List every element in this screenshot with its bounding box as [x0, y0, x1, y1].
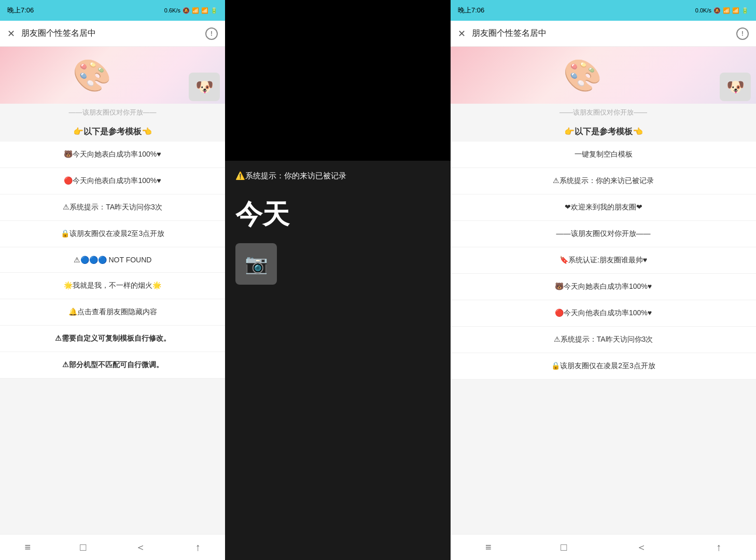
right-banner-art: 🎨	[451, 47, 715, 104]
left-nav-back[interactable]: ＜	[135, 540, 146, 554]
middle-panel: ⚠️系统提示：你的来访已被记录 今天 📷	[225, 0, 451, 560]
right-nav-back[interactable]: ＜	[636, 540, 647, 554]
left-list-item[interactable]: ⚠系统提示：TA昨天访问你3次	[0, 194, 225, 221]
left-private-notice: ——该朋友圈仅对你开放——	[0, 104, 225, 121]
right-nav-title: 朋友圈个性签名居中	[472, 28, 736, 39]
left-banner: 🎨 🐶	[0, 47, 225, 104]
right-list-item[interactable]: 一键复制空白模板	[451, 142, 756, 168]
left-banner-art: 🎨	[0, 47, 184, 104]
left-nav-menu[interactable]: ≡	[25, 541, 31, 553]
right-list-item[interactable]: ❤欢迎来到我的朋友圈❤	[451, 194, 756, 221]
right-list-item[interactable]: ⚠系统提示：TA昨天访问你3次	[451, 327, 756, 353]
left-time: 晚上7:06	[7, 6, 34, 15]
middle-bottom-content: ⚠️系统提示：你的来访已被记录 今天 📷	[225, 161, 451, 560]
left-nav-title: 朋友圈个性签名居中	[21, 28, 205, 39]
left-template-header: 👉以下是参考模板👈	[0, 121, 225, 142]
left-close-button[interactable]: ✕	[7, 28, 15, 39]
middle-top-dark	[225, 0, 451, 161]
left-list: 🐻今天向她表白成功率100%♥🔴今天向他表白成功率100%♥⚠系统提示：TA昨天…	[0, 142, 225, 534]
right-nav-share[interactable]: ↑	[716, 541, 721, 553]
left-list-item[interactable]: ⚠🔵🔵🔵 NOT FOUND	[0, 247, 225, 273]
middle-today-label: 今天	[235, 197, 289, 233]
right-bottom-nav: ≡ □ ＜ ↑	[451, 534, 756, 560]
right-status-icons: 0.0K/s 🔕 📶 📶 🔋	[695, 7, 749, 14]
right-banner-dog: 🐶	[720, 73, 751, 101]
left-list-item[interactable]: 🐻今天向她表白成功率100%♥	[0, 142, 225, 168]
right-list-item[interactable]: 🔴今天向他表白成功率100%♥	[451, 300, 756, 327]
left-top-nav: ✕ 朋友圈个性签名居中 !	[0, 21, 225, 47]
right-banner: 🎨 🐶	[451, 47, 756, 104]
right-phone-panel: 晚上7:06 0.0K/s 🔕 📶 📶 🔋 ✕ 朋友圈个性签名居中 ! 🎨 🐶 …	[451, 0, 756, 560]
left-status-bar: 晚上7:06 0.6K/s 🔕 📶 📶 🔋	[0, 0, 225, 21]
left-status-icons: 0.6K/s 🔕 📶 📶 🔋	[164, 7, 218, 14]
right-template-header: 👉以下是参考模板👈	[451, 121, 756, 142]
right-status-bar: 晚上7:06 0.0K/s 🔕 📶 📶 🔋	[451, 0, 756, 21]
middle-camera-icon: 📷	[235, 243, 277, 285]
left-bottom-nav: ≡ □ ＜ ↑	[0, 534, 225, 560]
right-time: 晚上7:06	[458, 6, 484, 15]
right-list-item[interactable]: ⚠系统提示：你的来访已被记录	[451, 168, 756, 194]
left-nav-home[interactable]: □	[80, 541, 86, 553]
left-list-item[interactable]: 🔒该朋友圈仅在凌晨2至3点开放	[0, 221, 225, 247]
left-list-item[interactable]: 🔴今天向他表白成功率100%♥	[0, 168, 225, 194]
left-phone-panel: 晚上7:06 0.6K/s 🔕 📶 📶 🔋 ✕ 朋友圈个性签名居中 ! 🎨 🐶 …	[0, 0, 225, 560]
right-nav-menu[interactable]: ≡	[485, 541, 492, 553]
middle-system-warning: ⚠️系统提示：你的来访已被记录	[235, 171, 346, 181]
left-nav-share[interactable]: ↑	[195, 541, 200, 553]
right-list-item[interactable]: 🐻今天向她表白成功率100%♥	[451, 274, 756, 300]
right-top-nav: ✕ 朋友圈个性签名居中 !	[451, 21, 756, 47]
left-list-item[interactable]: ⚠需要自定义可复制模板自行修改。	[0, 326, 225, 352]
left-banner-dog: 🐶	[189, 73, 220, 101]
left-list-item[interactable]: ⚠部分机型不匹配可自行微调。	[0, 352, 225, 379]
left-info-button[interactable]: !	[205, 27, 218, 40]
right-list: 一键复制空白模板⚠系统提示：你的来访已被记录❤欢迎来到我的朋友圈❤——该朋友圈仅…	[451, 142, 756, 534]
right-close-button[interactable]: ✕	[458, 28, 466, 39]
left-list-item[interactable]: 🌟我就是我，不一样的烟火🌟	[0, 273, 225, 299]
right-private-notice: ——该朋友圈仅对你开放——	[451, 104, 756, 121]
left-list-item[interactable]: 🔔点击查看朋友圈隐藏内容	[0, 299, 225, 326]
right-list-item[interactable]: ——该朋友圈仅对你开放——	[451, 221, 756, 247]
right-list-item[interactable]: 🔒该朋友圈仅在凌晨2至3点开放	[451, 353, 756, 380]
right-info-button[interactable]: !	[736, 27, 749, 40]
right-nav-home[interactable]: □	[561, 541, 567, 553]
right-list-item[interactable]: 🔖系统认证:朋友圈谁最帅♥	[451, 247, 756, 274]
